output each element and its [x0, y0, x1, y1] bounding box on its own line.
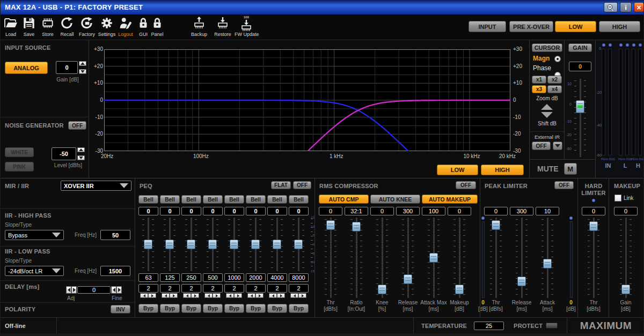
- peq-band-2-bypass-button[interactable]: Byp: [160, 304, 180, 313]
- peq-band-4-type-button[interactable]: Bell: [203, 195, 223, 204]
- peq-band-1-type-button[interactable]: Bell: [138, 195, 158, 204]
- peq-band-8-gain-slider-handle[interactable]: [294, 240, 303, 249]
- toolbar-settings-button[interactable]: Settings: [96, 16, 118, 37]
- band-button-low[interactable]: LOW: [555, 21, 596, 32]
- compressor-off-button[interactable]: OFF: [456, 181, 476, 189]
- compressor-makeup-slider[interactable]: [452, 218, 467, 298]
- toolbar-backup-button[interactable]: Backup: [187, 16, 211, 37]
- q-left-button[interactable]: [204, 293, 213, 298]
- graph-low-button[interactable]: LOW: [437, 165, 478, 175]
- lp-freq-field[interactable]: 1500: [100, 266, 130, 276]
- compressor-release-field[interactable]: 300: [396, 207, 420, 215]
- peq-band-8-freq-field[interactable]: 8000: [289, 273, 309, 282]
- gain-down-button[interactable]: [79, 69, 86, 74]
- peq-band-6-q-field[interactable]: 2: [246, 284, 266, 293]
- white-noise-button[interactable]: WHITE: [5, 147, 34, 157]
- mute-button[interactable]: M: [564, 163, 577, 175]
- peak-limiter-attack-field[interactable]: 10: [536, 207, 559, 215]
- peak-limiter-release-field[interactable]: 300: [510, 207, 533, 215]
- peq-band-8-bypass-button[interactable]: Byp: [289, 304, 309, 313]
- q-left-button[interactable]: [226, 293, 234, 298]
- shift-down-arrow[interactable]: [541, 112, 553, 118]
- input-gain-field[interactable]: 0: [56, 61, 78, 74]
- analog-button[interactable]: ANALOG: [5, 62, 48, 74]
- peq-band-2-gain-slider-handle[interactable]: [165, 240, 174, 249]
- q-right-button[interactable]: [148, 293, 156, 298]
- peq-band-6-gain-slider-handle[interactable]: [251, 240, 260, 249]
- hard-limiter-thr-slider[interactable]: [586, 218, 601, 298]
- peq-band-7-gain-slider-handle[interactable]: [273, 240, 281, 249]
- peq-band-4-q-field[interactable]: 2: [203, 284, 223, 293]
- toolbar-restore-button[interactable]: Restore: [211, 16, 235, 37]
- hard-limiter-thr-field[interactable]: 0: [582, 207, 605, 215]
- zoom-x3-button[interactable]: x3: [532, 85, 546, 93]
- toolbar-fw-update-button[interactable]: 100FW Update: [235, 16, 258, 37]
- gain-up-button[interactable]: [79, 61, 86, 66]
- q-left-button[interactable]: [247, 293, 255, 298]
- peq-band-6-freq-field[interactable]: 2000: [246, 273, 266, 282]
- toolbar-load-button[interactable]: Load: [2, 16, 20, 37]
- peq-band-5-freq-field[interactable]: 1000: [224, 273, 244, 282]
- peq-band-4-gain-slider-handle[interactable]: [208, 240, 217, 249]
- noise-level-field[interactable]: -50: [52, 147, 76, 160]
- zoom-x2-button[interactable]: x2: [547, 76, 562, 84]
- makeup-gain-slider[interactable]: [618, 218, 633, 298]
- peq-band-3-gain-field[interactable]: 0: [181, 207, 201, 215]
- delay-fine-left-button[interactable]: [111, 286, 116, 294]
- peq-band-2-type-button[interactable]: Bell: [160, 195, 180, 204]
- q-right-button[interactable]: [213, 293, 221, 298]
- band-button-input[interactable]: INPUT: [469, 21, 506, 32]
- level-down-button[interactable]: [77, 155, 85, 160]
- compressor-attack-max-slider[interactable]: [426, 218, 441, 298]
- peq-band-7-gain-slider[interactable]: [269, 218, 284, 271]
- peq-band-7-type-button[interactable]: Bell: [267, 195, 287, 204]
- peq-band-1-freq-field[interactable]: 63: [138, 273, 158, 282]
- peak-limiter-attack-slider[interactable]: [540, 218, 555, 298]
- compressor-makeup-field[interactable]: 0: [448, 207, 471, 215]
- level-up-button[interactable]: [77, 147, 85, 152]
- gain-title-button[interactable]: GAIN: [568, 43, 592, 52]
- xover-mode-dropdown[interactable]: XOVER IIR: [61, 181, 131, 191]
- compressor-thr-slider[interactable]: [323, 218, 338, 298]
- peak-limiter-thr-slider[interactable]: [488, 218, 503, 298]
- peq-band-2-gain-field[interactable]: 0: [160, 207, 180, 215]
- compressor-knee-slider-handle[interactable]: [378, 285, 386, 294]
- q-left-button[interactable]: [183, 293, 191, 298]
- q-left-button[interactable]: [269, 293, 277, 298]
- q-right-button[interactable]: [255, 293, 264, 298]
- external-ir-off-button[interactable]: OFF: [532, 141, 551, 150]
- peq-band-1-q-field[interactable]: 2: [138, 284, 158, 293]
- q-right-button[interactable]: [170, 293, 178, 298]
- q-left-button[interactable]: [290, 293, 298, 298]
- cursor-button[interactable]: CURSOR: [532, 43, 562, 52]
- graph-high-button[interactable]: HIGH: [481, 165, 524, 175]
- peq-band-3-gain-slider-handle[interactable]: [187, 240, 195, 249]
- peq-band-8-type-button[interactable]: Bell: [289, 195, 309, 204]
- peq-band-5-q-field[interactable]: 2: [224, 284, 244, 293]
- q-right-button[interactable]: [191, 293, 199, 298]
- peq-band-4-gain-slider[interactable]: [205, 218, 220, 271]
- band-button-high[interactable]: HIGH: [599, 21, 640, 32]
- peq-band-4-bypass-button[interactable]: Byp: [203, 304, 223, 313]
- compressor-ratio-slider-handle[interactable]: [352, 222, 361, 232]
- peq-band-6-type-button[interactable]: Bell: [246, 195, 266, 204]
- peq-band-3-type-button[interactable]: Bell: [181, 195, 201, 204]
- compressor-ratio-slider[interactable]: [349, 218, 364, 298]
- peq-band-5-gain-field[interactable]: 0: [224, 207, 244, 215]
- compressor-attack-max-slider-handle[interactable]: [429, 253, 438, 263]
- makeup-gain-slider-handle[interactable]: [621, 285, 630, 294]
- compressor-release-slider[interactable]: [400, 218, 415, 298]
- peq-band-4-gain-field[interactable]: 0: [203, 207, 223, 215]
- peq-band-7-freq-field[interactable]: 4000: [267, 273, 287, 282]
- peq-band-1-gain-field[interactable]: 0: [138, 207, 158, 215]
- polarity-inv-button[interactable]: INV: [111, 305, 130, 313]
- external-ir-dropdown-button[interactable]: [553, 141, 562, 150]
- delay-fine-right-button[interactable]: [116, 286, 122, 294]
- peq-band-7-q-field[interactable]: 2: [267, 284, 287, 293]
- peq-band-3-bypass-button[interactable]: Byp: [181, 304, 201, 313]
- peq-band-8-q-field[interactable]: 2: [289, 284, 309, 293]
- hp-slope-dropdown[interactable]: Bypass: [5, 230, 64, 240]
- q-right-button[interactable]: [234, 293, 242, 298]
- makeup-link-checkbox[interactable]: [614, 195, 621, 201]
- compressor-auto-knee-button[interactable]: AUTO KNEE: [370, 195, 420, 204]
